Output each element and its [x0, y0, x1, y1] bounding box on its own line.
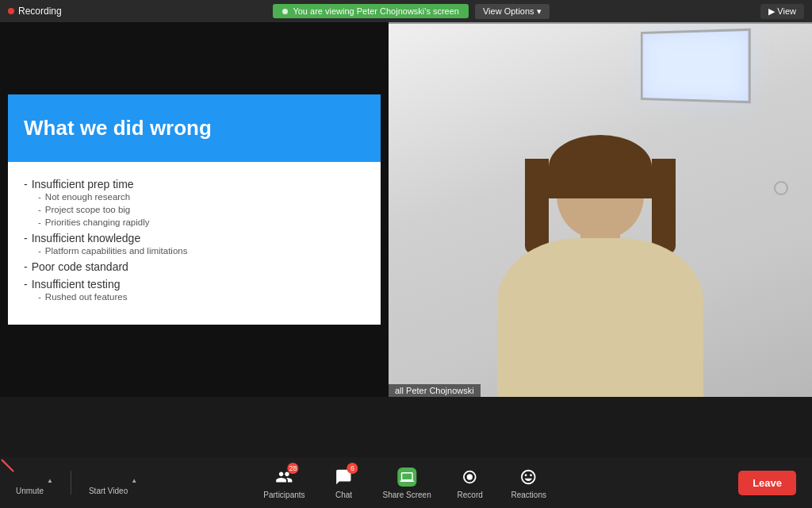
record-label: Record [458, 491, 483, 499]
slide-item-4: -Priorities changing rapidly [24, 217, 365, 227]
ceiling-line [389, 22, 812, 24]
participant-name-label: all Peter Chojnowski [389, 384, 481, 397]
slide-content: What we did wrong -Insufficient prep tim… [8, 94, 381, 325]
slide-title: What we did wrong [24, 116, 212, 140]
toolbar-left: Unmute ▲ Start Video ▲ [16, 470, 137, 495]
hair-side-right [652, 159, 676, 254]
slide-header: What we did wrong [8, 94, 381, 162]
video-background: all Peter Chojnowski [389, 22, 812, 397]
slide-item-3: -Project scope too big [24, 205, 365, 214]
screen-share-banner: You are viewing Peter Chojnowski's scree… [273, 4, 469, 18]
share-screen-icon [396, 466, 418, 488]
record-icon [459, 466, 481, 488]
recording-indicator: Recording [8, 6, 62, 17]
slide-panel: What we did wrong -Insufficient prep tim… [0, 22, 389, 397]
slide-item-6: -Platform capabilities and limitations [24, 246, 365, 256]
participants-button[interactable]: 28 Participants [263, 466, 304, 499]
person-body [497, 238, 703, 397]
chat-label: Chat [335, 491, 352, 499]
view-button[interactable]: ▶ View [760, 4, 804, 19]
top-bar: Recording You are viewing Peter Chojnows… [0, 0, 812, 22]
video-panel: all Peter Chojnowski [389, 22, 812, 397]
slide-item-2: -Not enough research [24, 192, 365, 202]
view-options-button[interactable]: View Options ▾ [475, 4, 550, 19]
chat-icon: 6 [333, 466, 355, 488]
toolbar-center: 28 Participants 6 Chat [263, 466, 548, 499]
divider [71, 471, 71, 495]
toolbar-right: Leave [738, 471, 796, 495]
unmute-label: Unmute [16, 487, 44, 495]
chat-badge: 6 [347, 463, 358, 474]
hair-top [549, 135, 652, 198]
reactions-icon [518, 466, 540, 488]
slide-item-9: -Rushed out features [24, 292, 365, 302]
main-area: What we did wrong -Insufficient prep tim… [0, 22, 812, 397]
record-button[interactable]: Record [450, 466, 490, 499]
svg-point-1 [467, 474, 473, 479]
slide-item-5: -Insufficient knowledge [24, 232, 365, 244]
video-slash [1, 459, 13, 471]
ceiling-window [641, 29, 751, 104]
recording-dot [8, 8, 14, 14]
person-silhouette [481, 127, 719, 397]
view-icon: ▶ [768, 6, 775, 16]
participants-icon: 28 [273, 466, 295, 488]
hair-side-left [525, 159, 549, 254]
slide-item-7: -Poor code standard [24, 260, 365, 273]
reactions-label: Reactions [511, 491, 546, 499]
slide-item-8: -Insufficient testing [24, 278, 365, 291]
start-video-label: Start Video [89, 487, 128, 495]
slide-item-1: -Insufficient prep time [24, 178, 365, 190]
share-screen-label: Share Screen [383, 491, 431, 499]
screen-share-dot [282, 9, 288, 14]
reactions-button[interactable]: Reactions [509, 466, 549, 499]
screen-share-text: You are viewing Peter Chojnowski's scree… [293, 6, 459, 16]
participants-badge: 28 [287, 463, 298, 474]
slide-body: -Insufficient prep time -Not enough rese… [8, 162, 381, 316]
participants-label: Participants [263, 491, 304, 499]
recording-label: Recording [18, 6, 62, 17]
share-screen-button[interactable]: Share Screen [383, 466, 431, 499]
toolbar: Unmute ▲ Start Video ▲ [0, 457, 812, 508]
leave-button[interactable]: Leave [738, 471, 796, 495]
wall-socket [774, 181, 788, 195]
chat-button[interactable]: 6 Chat [324, 466, 364, 499]
